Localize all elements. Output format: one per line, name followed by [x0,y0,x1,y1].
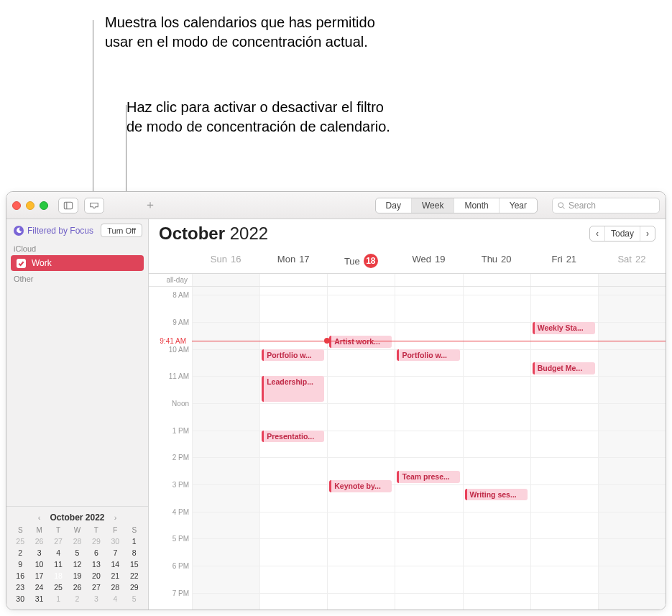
mini-cal-day[interactable]: 3 [29,548,48,558]
zoom-window-button[interactable] [40,201,48,210]
turn-off-focus-button[interactable]: Turn Off [101,224,142,237]
hour-gridline [328,431,395,431]
hour-gridline [260,403,327,404]
svg-point-2 [558,202,563,207]
mini-cal-day[interactable]: 28 [68,536,86,546]
mini-cal-day[interactable]: 14 [106,559,124,569]
mini-cal-day[interactable]: 3 [87,594,106,604]
day-header-cell[interactable]: Mon 17 [259,248,327,273]
calendar-event[interactable]: Weekly Sta... [533,322,595,334]
view-week-tab[interactable]: Week [412,198,454,213]
hour-label: 8 AM [172,291,189,299]
next-week-button[interactable]: › [640,226,655,241]
mini-cal-day[interactable]: 30 [11,594,29,604]
mini-cal-day[interactable]: 4 [106,594,124,604]
allday-cell[interactable] [327,274,395,286]
search-input[interactable]: Search [552,198,660,213]
mini-cal-day[interactable]: 1 [125,536,144,546]
mini-cal-day[interactable]: 22 [125,571,144,581]
mini-cal-day[interactable]: 31 [29,594,48,604]
mini-cal-next[interactable]: › [111,513,121,522]
week-grid[interactable]: 8 AM9 AM10 AM11 AMNoon1 PM2 PM3 PM4 PM5 … [149,287,666,610]
mini-cal-day[interactable]: 4 [49,548,68,558]
mini-cal-day[interactable]: 19 [68,571,86,581]
day-column[interactable] [598,287,666,610]
allday-cell[interactable] [192,274,259,286]
calendar-event[interactable]: Presentatio... [262,431,324,443]
day-header-cell[interactable]: Wed 19 [395,248,462,273]
mini-cal-day[interactable]: 26 [29,536,48,546]
day-column[interactable]: Writing ses... [463,287,530,610]
mini-cal-day[interactable]: 25 [49,582,68,592]
mini-cal-day[interactable]: 27 [49,536,68,546]
mini-cal-day[interactable]: 8 [125,548,144,558]
allday-cell[interactable] [463,274,530,286]
calendar-event[interactable]: Portfolio w... [397,349,459,362]
allday-cell[interactable] [395,274,462,286]
day-header-cell[interactable]: Sun 16 [192,248,259,273]
prev-week-button[interactable]: ‹ [590,226,605,241]
day-header-cell[interactable]: Fri 21 [530,248,598,273]
calendar-event[interactable]: Budget Me... [533,362,595,374]
calendar-event[interactable]: Writing ses... [465,489,528,501]
mini-cal-day[interactable]: 5 [125,594,144,604]
day-column[interactable]: Weekly Sta...Budget Me... [530,287,598,610]
calendar-event[interactable]: Artist work... [329,336,392,348]
mini-cal-day[interactable]: 6 [87,548,106,558]
day-header-cell[interactable]: Thu 20 [463,248,530,273]
mini-cal-day[interactable]: 2 [11,548,29,558]
mini-cal-day[interactable]: 1 [49,594,68,604]
close-window-button[interactable] [12,201,21,210]
mini-cal-day[interactable]: 29 [87,536,106,546]
day-header-date: 16 [231,254,241,265]
mini-cal-day[interactable]: 13 [87,559,106,569]
calendar-event[interactable]: Team prese... [397,471,459,483]
mini-cal-day[interactable]: 2 [68,594,86,604]
view-month-tab[interactable]: Month [454,198,499,213]
mini-cal-prev[interactable]: ‹ [34,513,44,522]
mini-cal-day[interactable]: 29 [125,582,144,592]
allday-cell[interactable] [259,274,327,286]
mini-cal-day[interactable]: 30 [106,536,124,546]
mini-cal-day[interactable]: 24 [29,582,48,592]
mini-cal-day[interactable]: 5 [68,548,86,558]
calendar-event[interactable]: Portfolio w... [262,349,324,362]
mini-cal-day[interactable]: 25 [11,536,29,546]
mini-cal-day[interactable]: 17 [29,571,48,581]
day-column[interactable]: Artist work...Keynote by... [327,287,395,610]
add-event-button[interactable]: ＋ [142,198,159,213]
view-year-tab[interactable]: Year [500,198,537,213]
calendar-checkbox[interactable] [17,259,26,268]
allday-cell[interactable] [530,274,598,286]
mini-cal-day[interactable]: 10 [29,559,48,569]
day-column[interactable]: Portfolio w...Leadership...Presentatio..… [259,287,327,610]
day-column[interactable] [192,287,259,610]
mini-cal-day[interactable]: 23 [11,582,29,592]
mini-cal-day[interactable]: 21 [106,571,124,581]
sidebar-calendar-work[interactable]: Work [11,255,144,271]
mini-cal-day[interactable]: 26 [68,582,86,592]
calendar-event[interactable]: Keynote by... [329,480,392,492]
inbox-button[interactable] [84,198,104,213]
mini-cal-day[interactable]: 18 [49,571,68,581]
mini-cal-day[interactable]: 9 [11,559,29,569]
mini-cal-day[interactable]: 16 [11,571,29,581]
minimize-window-button[interactable] [26,201,34,210]
view-day-tab[interactable]: Day [376,198,412,213]
calendar-event[interactable]: Leadership... [262,376,324,402]
mini-cal-day[interactable]: 7 [106,548,124,558]
mini-cal-day[interactable]: 12 [68,559,86,569]
focus-filter-indicator[interactable]: Filtered by Focus [14,226,93,236]
day-header-cell[interactable]: Sat 22 [598,248,666,273]
day-column[interactable]: Portfolio w...Team prese... [395,287,462,610]
day-header-cell[interactable]: Tue 18 [327,248,395,273]
mini-cal-day[interactable]: 11 [49,559,68,569]
mini-cal-day[interactable]: 15 [125,559,144,569]
hour-gridline [531,403,598,404]
allday-cell[interactable] [598,274,666,286]
mini-cal-day[interactable]: 20 [87,571,106,581]
toggle-sidebar-button[interactable] [58,198,78,213]
today-button[interactable]: Today [605,226,640,241]
mini-cal-day[interactable]: 28 [106,582,124,592]
mini-cal-day[interactable]: 27 [87,582,106,592]
